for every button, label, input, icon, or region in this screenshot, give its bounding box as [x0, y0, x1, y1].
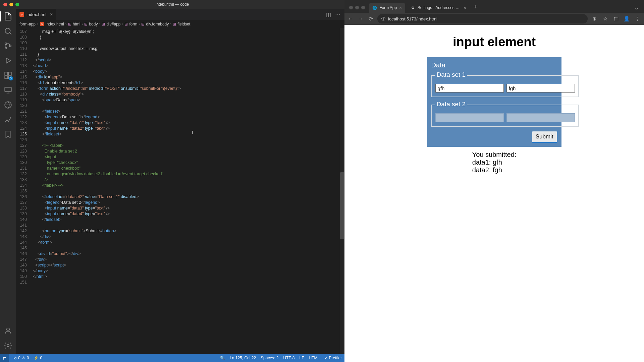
- data3-input: [435, 113, 504, 122]
- minimize-window-icon[interactable]: [355, 6, 359, 9]
- tab-close-icon[interactable]: ×: [399, 5, 402, 10]
- status-problems[interactable]: ⊘0⚠0: [13, 356, 29, 360]
- maximize-window-icon[interactable]: [361, 6, 365, 9]
- status-find-icon[interactable]: 🔍: [220, 356, 225, 360]
- live-share-icon[interactable]: [4, 101, 12, 109]
- tab-close-icon[interactable]: ×: [50, 12, 53, 17]
- svg-point-10: [7, 328, 10, 331]
- account-icon[interactable]: [4, 326, 12, 335]
- scrollbar[interactable]: [340, 28, 344, 354]
- back-icon[interactable]: ←: [347, 16, 354, 22]
- svg-point-1: [5, 43, 7, 45]
- menu-icon[interactable]: ⋮: [634, 16, 641, 22]
- data2-input[interactable]: [506, 84, 575, 93]
- globe-icon: 🌐: [372, 5, 377, 10]
- browser-toolbar: ← → ⟳ ⓘ localhost:5173/index.html ⊕ ☆ ⬚ …: [344, 13, 644, 25]
- window-title: index.html — code: [0, 0, 344, 9]
- status-formatter[interactable]: ✓ Prettier: [324, 356, 342, 360]
- settings-gear-icon[interactable]: [4, 341, 12, 350]
- svg-rect-8: [5, 87, 11, 92]
- html-file-icon: 5: [19, 12, 24, 17]
- url-text: localhost:5173/index.html: [388, 16, 437, 21]
- split-editor-icon[interactable]: ◫: [326, 11, 331, 18]
- fieldset-data-set-1: Data set 1: [431, 72, 579, 97]
- code-editor[interactable]: I 107 msg += `${key}: ${value}\n`;108 }1…: [16, 28, 344, 354]
- forward-icon[interactable]: →: [357, 16, 364, 22]
- status-cursor[interactable]: Ln 125, Col 22: [230, 356, 256, 360]
- status-ports[interactable]: ⚡0: [34, 356, 42, 360]
- new-tab-icon[interactable]: +: [471, 4, 479, 13]
- tab-label: index.html: [26, 12, 46, 17]
- window-controls[interactable]: [3, 3, 19, 6]
- reload-icon[interactable]: ⟳: [367, 16, 374, 22]
- address-bar[interactable]: ⓘ localhost:5173/index.html: [377, 14, 588, 23]
- remote-explorer-icon[interactable]: [4, 86, 12, 95]
- breadcrumb[interactable]: form-app› 5index.html› ⊞html› ⊞body› ⊞di…: [0, 20, 344, 28]
- tab-index-html[interactable]: 5 index.html ×: [16, 9, 56, 20]
- page-title: input element: [453, 35, 536, 49]
- svg-point-3: [9, 45, 11, 47]
- extensions-icon[interactable]: 3: [4, 71, 12, 80]
- maximize-window-icon[interactable]: [15, 3, 19, 6]
- svg-point-0: [5, 28, 10, 33]
- tab-close-icon[interactable]: ×: [464, 5, 466, 10]
- extensions-badge: 3: [9, 76, 13, 80]
- submit-button[interactable]: Submit: [532, 131, 557, 143]
- output-display: You submitted: data1: gfh data2: fgh: [472, 151, 517, 174]
- extensions-puzzle-icon[interactable]: ⬚: [612, 16, 620, 22]
- fieldset-data-set-2: Data set 2: [431, 101, 579, 127]
- remote-indicator-icon[interactable]: ⇄: [0, 354, 9, 362]
- status-language[interactable]: HTML: [309, 356, 320, 360]
- graph-icon[interactable]: [4, 115, 12, 124]
- fieldset-legend: Data set 1: [435, 71, 467, 78]
- browser-window-controls[interactable]: [347, 6, 367, 13]
- run-debug-icon[interactable]: [4, 56, 12, 65]
- html-file-icon: 5: [40, 22, 44, 26]
- svg-rect-5: [8, 72, 11, 75]
- close-window-icon[interactable]: [349, 6, 353, 9]
- explorer-icon[interactable]: [4, 12, 12, 21]
- page-body: input element Data Data set 1 Data set 2…: [344, 25, 644, 362]
- status-encoding[interactable]: UTF-8: [283, 356, 294, 360]
- gear-icon: ⚙: [411, 5, 415, 10]
- status-eol[interactable]: LF: [299, 356, 304, 360]
- svg-rect-4: [5, 72, 8, 75]
- fieldset-legend: Data set 2: [435, 101, 467, 108]
- close-window-icon[interactable]: [3, 3, 7, 6]
- source-control-icon[interactable]: [4, 42, 12, 50]
- text-cursor-icon: I: [192, 130, 193, 135]
- data4-input: [506, 113, 575, 122]
- browser-tabs: 🌐 Form App × ⚙ Settings - Addresses and …: [344, 0, 644, 13]
- form-container: Data Data set 1 Data set 2 Submit: [427, 57, 561, 147]
- chevron-down-icon[interactable]: ⌄: [632, 4, 641, 13]
- more-actions-icon[interactable]: ⋯: [335, 11, 340, 18]
- svg-rect-6: [5, 76, 8, 79]
- status-bar: ⇄ ⊘0⚠0 ⚡0 🔍 Ln 125, Col 22 Spaces: 2 UTF…: [0, 354, 344, 362]
- form-heading: Data: [431, 61, 557, 69]
- browser-tab-form-app[interactable]: 🌐 Form App ×: [369, 3, 405, 13]
- profile-avatar-icon[interactable]: 👤: [623, 16, 631, 22]
- bookmark-icon[interactable]: [4, 130, 12, 139]
- editor-tabs: 5 index.html × ◫ ⋯: [0, 9, 344, 20]
- site-info-icon[interactable]: ⓘ: [381, 16, 385, 22]
- bookmark-star-icon[interactable]: ☆: [602, 16, 609, 22]
- minimize-window-icon[interactable]: [9, 3, 13, 6]
- data1-input[interactable]: [435, 84, 504, 93]
- zoom-icon[interactable]: ⊕: [591, 16, 598, 22]
- browser-tab-settings[interactable]: ⚙ Settings - Addresses and m… ×: [407, 3, 470, 13]
- search-icon[interactable]: [4, 27, 12, 36]
- activity-bar: 3: [0, 9, 16, 354]
- svg-point-2: [5, 47, 7, 49]
- status-spaces[interactable]: Spaces: 2: [261, 356, 278, 360]
- svg-point-11: [7, 345, 9, 347]
